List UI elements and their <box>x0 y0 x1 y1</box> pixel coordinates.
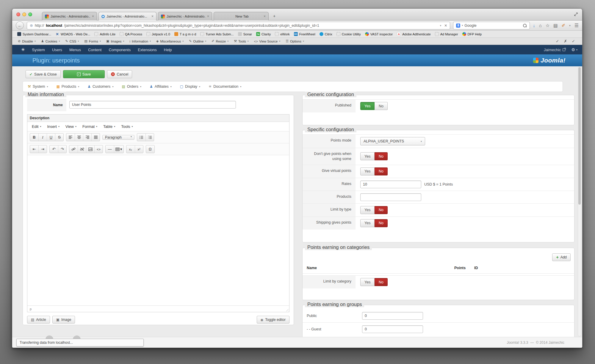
admin-menu-extensions[interactable]: Extensions <box>138 48 157 52</box>
limit-category-no-button[interactable]: No <box>375 278 388 286</box>
dont-give-yes-button[interactable]: Yes <box>360 152 375 160</box>
devbar-item-images[interactable]: ▣Images▾ <box>104 39 127 43</box>
link-icon[interactable] <box>69 145 78 153</box>
name-input[interactable] <box>69 101 236 109</box>
add-category-button[interactable]: + Add <box>552 253 571 261</box>
url-dropdown-icon[interactable]: ▾ <box>440 24 441 27</box>
window-zoom-button[interactable] <box>28 12 32 16</box>
italic-button[interactable]: I <box>38 134 47 141</box>
shipping-yes-button[interactable]: Yes <box>360 219 375 227</box>
align-justify-icon[interactable] <box>91 134 100 141</box>
tab-2-active[interactable]: Jaimechic - Administratio... × <box>98 12 156 21</box>
back-button[interactable]: ← <box>16 21 24 29</box>
indent-icon[interactable]: ⇥ <box>38 145 47 153</box>
devbar-item-cookies[interactable]: ♟Cookies▾ <box>38 39 63 43</box>
magnifier-icon[interactable] <box>523 23 527 28</box>
save-button[interactable]: ✓ Save <box>63 70 105 78</box>
table-icon[interactable]: ▾ <box>114 145 123 153</box>
undo-icon[interactable]: ↶ <box>50 145 58 153</box>
bookmark-item[interactable]: Ad Manager <box>433 32 460 36</box>
devbar-item-disable[interactable]: ⊘Disable▾ <box>15 39 38 43</box>
bookmark-item[interactable]: Citrix <box>317 32 334 36</box>
bold-button[interactable]: B <box>30 134 38 141</box>
bookmarks-panel-icon[interactable]: ▤ <box>553 23 558 28</box>
bookmark-item[interactable]: AdInfo Lite <box>92 32 118 36</box>
article-button[interactable]: ▤Article <box>27 316 50 324</box>
tab-close-icon[interactable]: × <box>264 14 266 18</box>
editor-menu-insert[interactable]: Insert▾ <box>44 123 62 130</box>
unlink-icon[interactable] <box>78 145 86 153</box>
hikashop-menu-display[interactable]: ▢Display▾ <box>180 84 200 89</box>
align-left-icon[interactable] <box>66 134 75 141</box>
stop-loading-icon[interactable]: ✕ <box>444 23 447 28</box>
source-code-icon[interactable]: <> <box>94 145 103 153</box>
devbar-item-information[interactable]: iInformation▾ <box>127 40 154 43</box>
editor-content-area[interactable] <box>27 155 289 305</box>
hikashop-menu-orders[interactable]: ▤Orders▾ <box>122 84 141 89</box>
tab-close-icon[interactable]: × <box>207 14 209 18</box>
search-bar[interactable]: 8 ▾ Google <box>453 22 530 29</box>
bookmark-item[interactable]: Cookie Utility <box>334 32 363 36</box>
horizontal-rule-icon[interactable]: — <box>106 145 114 153</box>
subscript-icon[interactable]: x₂ <box>126 145 135 153</box>
bookmark-item[interactable]: T a g m o d <box>172 32 198 36</box>
hikashop-menu-products[interactable]: ▦Products▾ <box>56 84 79 89</box>
editor-menu-tools[interactable]: Tools▾ <box>118 123 135 130</box>
bookmark-item[interactable]: Turner Ads Subm... <box>198 32 236 36</box>
bookmark-item[interactable]: VAST inspector <box>363 32 395 36</box>
admin-menu-users[interactable]: Users <box>52 48 62 52</box>
addon-caret-icon[interactable]: ▾ <box>569 24 571 27</box>
devbar-item-forms[interactable]: ▤Forms▾ <box>82 39 104 43</box>
check-icon[interactable]: ✓ <box>572 39 575 43</box>
tab-4-new-tab[interactable]: New Tab × <box>214 12 269 21</box>
scrollbar-thumb[interactable] <box>578 67 581 205</box>
bookmark-item[interactable]: QA Process <box>118 32 144 36</box>
hikashop-menu-customers[interactable]: ♟Customers▾ <box>87 84 113 89</box>
admin-menu-components[interactable]: Components <box>109 48 131 52</box>
editor-menu-view[interactable]: View▾ <box>63 123 79 130</box>
bookmark-item[interactable]: DFP Help <box>460 32 484 36</box>
guest-points-input[interactable] <box>362 325 423 333</box>
bookmark-item[interactable]: Clarity <box>254 32 273 36</box>
align-center-icon[interactable] <box>75 134 83 141</box>
save-close-button[interactable]: ✓ Save & Close <box>26 70 61 78</box>
devbar-item-tools[interactable]: ⚒Tools▾ <box>231 39 251 43</box>
home-icon[interactable]: ⌂ <box>539 23 542 28</box>
hikashop-menu-affiliates[interactable]: ♟Affiliates▾ <box>150 84 172 89</box>
special-character-icon[interactable]: Ω <box>146 145 154 153</box>
check-icon[interactable]: ✓ <box>556 39 559 43</box>
bullet-list-icon[interactable] <box>137 134 145 141</box>
devbar-item-css[interactable]: ✎CSS▾ <box>63 39 82 43</box>
tab-close-icon[interactable]: × <box>92 14 94 18</box>
public-points-input[interactable] <box>362 312 423 320</box>
virtual-yes-button[interactable]: Yes <box>360 167 375 175</box>
align-right-icon[interactable] <box>83 134 91 141</box>
cancel-button[interactable]: ✕ Cancel <box>107 70 132 78</box>
published-no-button[interactable]: No <box>375 102 388 110</box>
admin-menu-menus[interactable]: Menus <box>69 48 81 52</box>
cross-icon[interactable]: ✗ <box>564 39 567 43</box>
limit-type-no-button[interactable]: No <box>375 206 388 214</box>
strikethrough-button[interactable]: S <box>55 134 63 141</box>
resize-grip[interactable] <box>285 308 289 311</box>
numbered-list-icon[interactable] <box>145 134 154 141</box>
hamburger-menu-icon[interactable]: ☰ <box>574 23 579 28</box>
editor-menu-format[interactable]: Format▾ <box>80 123 100 130</box>
window-close-button[interactable] <box>16 12 20 16</box>
devbar-item-miscellaneous[interactable]: ◈Miscellaneous▾ <box>154 39 186 43</box>
bookmark-item[interactable]: eWork <box>273 32 292 36</box>
devbar-item-outline[interactable]: ✎Outline▾ <box>186 39 209 43</box>
bookmark-item[interactable]: Sonar <box>236 32 254 36</box>
bookmark-item[interactable]: FreeWheel <box>292 32 317 36</box>
limit-type-yes-button[interactable]: Yes <box>360 206 375 214</box>
published-yes-button[interactable]: Yes <box>360 102 375 110</box>
window-expand-icon[interactable] <box>574 12 578 16</box>
site-preview-link[interactable]: Jaimechic <box>544 48 566 52</box>
products-input[interactable] <box>360 193 421 201</box>
image-button[interactable]: ▣Image <box>52 316 75 324</box>
image-icon[interactable] <box>86 145 94 153</box>
hikashop-menu-system[interactable]: ⚒System▾ <box>28 84 48 89</box>
points-mode-select[interactable]: ALPHA_USER_POINTS▾ <box>360 137 425 145</box>
editor-menu-table[interactable]: Table▾ <box>101 123 118 130</box>
editor-menu-edit[interactable]: Edit▾ <box>29 123 44 130</box>
